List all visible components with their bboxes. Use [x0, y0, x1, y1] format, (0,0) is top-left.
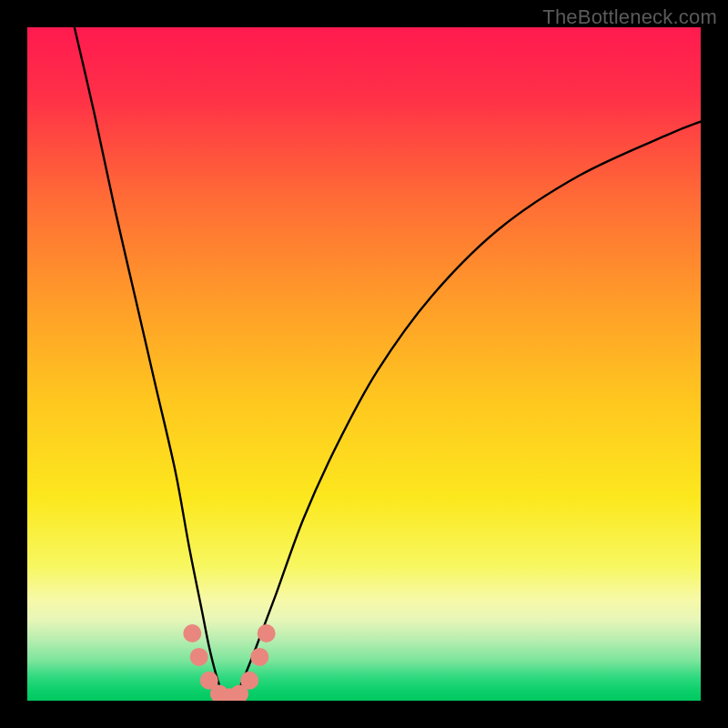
- watermark-text: TheBottleneck.com: [542, 5, 717, 29]
- data-marker: [190, 648, 208, 666]
- bottleneck-curve: [27, 27, 701, 701]
- plot-area: [27, 27, 701, 701]
- data-marker: [250, 648, 268, 666]
- data-marker: [183, 624, 201, 642]
- chart-frame: TheBottleneck.com: [0, 0, 728, 728]
- data-marker: [258, 624, 276, 642]
- data-marker: [240, 672, 258, 690]
